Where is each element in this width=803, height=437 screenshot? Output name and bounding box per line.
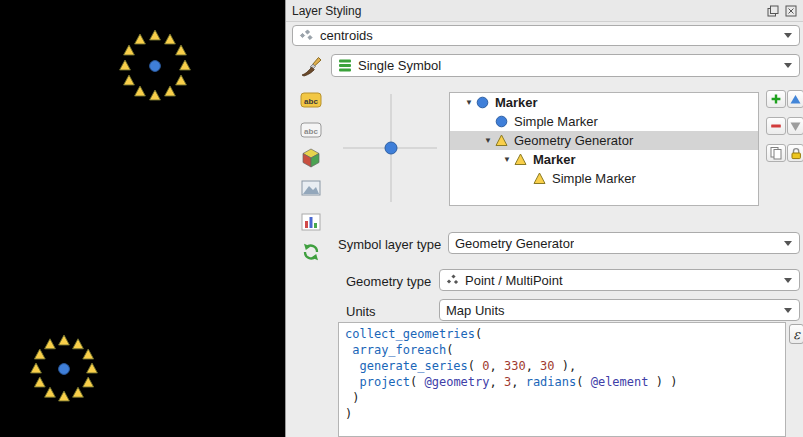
symbol-tree-row[interactable]: ▼Geometry Generator [450, 131, 758, 150]
panel-titlebar: Layer Styling [286, 0, 803, 22]
geometry-type-select[interactable]: Point / MultiPoint [439, 269, 800, 291]
3d-cube-icon [300, 147, 322, 169]
preview-crosshair-icon [331, 90, 443, 206]
panel-title: Layer Styling [292, 4, 361, 18]
plus-icon [769, 92, 783, 106]
symbol-tree-row-label: Simple Marker [552, 171, 636, 186]
yellow-triangle-icon [533, 172, 549, 185]
tab-3d-view[interactable] [298, 145, 324, 171]
symbol-tree-row[interactable]: ▼Marker [450, 93, 758, 112]
svg-text:abc: abc [304, 97, 318, 106]
tab-symbology[interactable] [298, 53, 324, 79]
lock-colors-button[interactable] [787, 144, 803, 162]
map-symbols-svg [0, 0, 285, 437]
elevation-surface-icon [300, 177, 322, 199]
lock-icon [789, 146, 803, 160]
panel-window-buttons [766, 4, 798, 18]
units-value: Map Units [446, 303, 505, 318]
units-label: Units [346, 304, 376, 319]
close-icon[interactable] [784, 4, 798, 18]
chevron-down-icon [784, 63, 792, 68]
symbol-tree-row-label: Geometry Generator [514, 133, 633, 148]
symbol-tree-row[interactable]: Simple Marker [450, 112, 758, 131]
symbol-tree-row-label: Marker [495, 95, 538, 110]
app-window: Layer Styling centroids [0, 0, 803, 437]
units-select[interactable]: Map Units [439, 299, 800, 321]
symbol-layer-type-label: Symbol layer type [338, 237, 441, 252]
layer-selector[interactable]: centroids [292, 25, 800, 46]
blue-circle-icon [476, 96, 492, 109]
duplicate-icon [769, 146, 783, 160]
renderer-selector[interactable]: Single Symbol [331, 54, 800, 77]
undock-icon[interactable] [766, 4, 780, 18]
move-down-button[interactable] [787, 117, 803, 135]
tab-diagrams[interactable] [298, 209, 324, 235]
chevron-down-icon [784, 33, 792, 38]
chevron-down-icon [784, 241, 792, 246]
single-symbol-icon [338, 58, 352, 73]
symbol-tree[interactable]: ▼MarkerSimple Marker▼Geometry Generator▼… [449, 92, 759, 206]
minus-icon [769, 119, 783, 133]
history-arrows-icon [300, 241, 322, 263]
expression-editor[interactable]: collect_geometries( array_foreach( gener… [338, 322, 786, 437]
tab-masks[interactable]: abc [298, 117, 324, 143]
masks-abc-icon: abc [300, 119, 322, 141]
expander-icon[interactable]: ▼ [500, 155, 514, 164]
blue-circle-icon [495, 115, 511, 128]
expander-icon[interactable]: ▼ [481, 136, 495, 145]
symbol-tree-row[interactable]: Simple Marker [450, 169, 758, 188]
svg-text:abc: abc [304, 127, 318, 136]
symbol-layer-type-select[interactable]: Geometry Generator [448, 232, 800, 254]
yellow-triangle-icon [495, 134, 511, 147]
tab-history[interactable] [298, 239, 324, 265]
geometry-type-value: Point / MultiPoint [465, 273, 563, 288]
add-symbol-layer-button[interactable] [766, 90, 786, 108]
symbol-tree-row[interactable]: ▼Marker [450, 150, 758, 169]
point-layer-icon [299, 29, 314, 42]
duplicate-symbol-layer-button[interactable] [766, 144, 786, 162]
down-arrow-icon [789, 120, 802, 133]
layer-selector-value: centroids [320, 28, 373, 43]
expression-code: collect_geometries( array_foreach( gener… [339, 323, 785, 425]
layer-styling-panel: Layer Styling centroids [285, 0, 803, 437]
symbol-preview [331, 90, 443, 206]
symbol-tree-row-label: Simple Marker [514, 114, 598, 129]
chevron-down-icon [784, 308, 792, 313]
geometry-type-label: Geometry type [346, 274, 431, 289]
yellow-triangle-icon [514, 153, 530, 166]
map-canvas[interactable] [0, 0, 285, 437]
labels-abc-icon: abc [300, 89, 322, 111]
up-arrow-icon [789, 93, 802, 106]
point-geometry-icon [446, 274, 459, 286]
expression-epsilon-button[interactable]: ε [789, 324, 803, 344]
chevron-down-icon [784, 278, 792, 283]
symbol-layer-type-value: Geometry Generator [455, 236, 574, 251]
remove-symbol-layer-button[interactable] [766, 117, 786, 135]
tab-elevation[interactable] [298, 175, 324, 201]
symbol-tree-row-label: Marker [533, 152, 576, 167]
paintbrush-icon [300, 55, 322, 77]
expander-icon[interactable]: ▼ [462, 98, 476, 107]
renderer-selector-value: Single Symbol [358, 58, 441, 73]
tab-labels[interactable]: abc [298, 87, 324, 113]
bar-diagram-icon [300, 211, 322, 233]
move-up-button[interactable] [787, 90, 803, 108]
